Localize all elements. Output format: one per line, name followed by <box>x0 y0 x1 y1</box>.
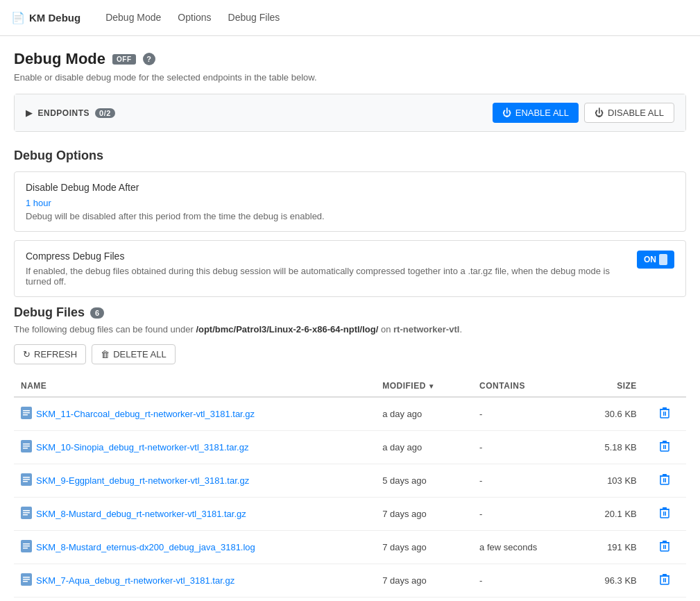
file-name-cell: SKM_7-Aqua_debug_rt-networker-vtl_3181.t… <box>14 564 375 598</box>
file-contains: - <box>472 431 577 464</box>
file-size: 96.3 KB <box>577 564 644 598</box>
refresh-button[interactable]: ↻ REFRESH <box>14 344 86 364</box>
nav-brand[interactable]: 📄 KM Debug <box>11 11 80 24</box>
file-size: 5.18 KB <box>577 431 644 464</box>
help-icon[interactable]: ? <box>143 53 155 65</box>
brand-label: KM Debug <box>29 12 80 24</box>
file-name-text: SKM_8-Mustard_debug_rt-networker-vtl_318… <box>36 509 246 519</box>
top-nav: 📄 KM Debug Debug Mode Options Debug File… <box>0 0 700 36</box>
toggle-slider <box>659 254 667 265</box>
delete-file-button[interactable] <box>657 505 672 523</box>
compress-text: Compress Debug Files If enabled, the deb… <box>26 251 637 287</box>
endpoints-panel: ▶ ENDPOINTS 0/2 ⏻ ENABLE ALL ⏻ DISABLE A… <box>14 94 686 132</box>
file-doc-icon <box>21 573 32 588</box>
svg-rect-22 <box>660 476 669 484</box>
svg-rect-3 <box>23 414 28 416</box>
svg-rect-14 <box>663 445 665 449</box>
endpoints-toggle[interactable]: ▶ ENDPOINTS 0/2 <box>26 108 115 118</box>
delete-file-button[interactable] <box>657 571 672 590</box>
svg-rect-20 <box>23 479 30 480</box>
delete-file-button[interactable] <box>657 538 672 557</box>
compress-label: Compress Debug Files <box>26 251 637 262</box>
nav-link-debug-files[interactable]: Debug Files <box>220 0 289 36</box>
nav-link-debug-mode[interactable]: Debug Mode <box>97 0 169 36</box>
delete-file-button[interactable] <box>657 405 672 423</box>
table-row: SKM_11-Charcoal_debug_rt-networker-vtl_3… <box>14 397 686 431</box>
file-action <box>644 531 686 564</box>
svg-rect-5 <box>663 412 665 416</box>
disable-after-link[interactable]: 1 hour <box>26 198 51 208</box>
file-size: 20.1 KB <box>577 498 644 531</box>
nav-link-options[interactable]: Options <box>169 0 219 36</box>
toggle-on-icon: ⏻ <box>502 108 511 118</box>
main-content: Debug Mode OFF ? Enable or disable debug… <box>0 36 700 601</box>
file-doc-icon <box>21 507 32 521</box>
table-row: SKM_10-Sinopia_debug_rt-networker-vtl_31… <box>14 431 686 464</box>
table-row: SKM_8-Mustard_debug_rt-networker-vtl_318… <box>14 498 686 531</box>
svg-rect-46 <box>23 577 30 578</box>
file-name-link[interactable]: SKM_10-Sinopia_debug_rt-networker-vtl_31… <box>21 440 368 455</box>
file-action <box>644 498 686 531</box>
debug-mode-desc: Enable or disable debug mode for the sel… <box>14 72 686 83</box>
debug-files-desc: The following debug files can be found u… <box>14 324 686 335</box>
file-contains: - <box>472 564 577 598</box>
file-modified: 5 days ago <box>375 464 472 498</box>
svg-rect-42 <box>665 545 667 549</box>
file-name-cell: SKM_10-Sinopia_debug_rt-networker-vtl_31… <box>14 431 375 464</box>
files-table-header: NAME MODIFIED ▼ CONTAINS SIZE <box>14 375 686 397</box>
delete-file-button[interactable] <box>657 471 672 490</box>
svg-rect-33 <box>665 511 667 516</box>
compress-toggle[interactable]: ON <box>637 251 674 269</box>
files-table: NAME MODIFIED ▼ CONTAINS SIZE SKM_11-Cha… <box>14 375 686 598</box>
file-modified: 7 days ago <box>375 564 472 598</box>
svg-rect-10 <box>23 443 30 445</box>
endpoints-actions: ⏻ ENABLE ALL ⏻ DISABLE ALL <box>493 103 674 123</box>
svg-rect-35 <box>663 507 667 509</box>
file-size: 103 KB <box>577 464 644 498</box>
file-name-link[interactable]: SKM_9-Eggplant_debug_rt-networker-vtl_31… <box>21 473 368 488</box>
debug-mode-title: Debug Mode <box>14 50 105 68</box>
svg-rect-32 <box>663 511 665 516</box>
file-contains: - <box>472 498 577 531</box>
svg-rect-53 <box>663 574 667 575</box>
table-row: SKM_8-Mustard_eternus-dx200_debug_java_3… <box>14 531 686 564</box>
chevron-right-icon: ▶ <box>26 108 33 118</box>
file-doc-icon <box>21 407 32 421</box>
disable-all-button[interactable]: ⏻ DISABLE ALL <box>584 103 674 123</box>
svg-rect-4 <box>660 409 669 418</box>
svg-rect-51 <box>665 578 667 582</box>
file-name-cell: SKM_9-Eggplant_debug_rt-networker-vtl_31… <box>14 464 375 498</box>
delete-file-button[interactable] <box>657 438 672 457</box>
files-path: /opt/bmc/Patrol3/Linux-2-6-x86-64-nptl/l… <box>196 324 378 335</box>
file-modified: a day ago <box>375 397 472 431</box>
col-modified[interactable]: MODIFIED ▼ <box>375 375 472 397</box>
svg-rect-8 <box>663 407 667 409</box>
svg-rect-34 <box>660 509 669 510</box>
enable-all-button[interactable]: ⏻ ENABLE ALL <box>493 103 579 123</box>
file-contains: - <box>472 464 577 498</box>
compress-block: Compress Debug Files If enabled, the deb… <box>14 240 686 297</box>
col-name: NAME <box>14 375 375 397</box>
debug-options-title: Debug Options <box>14 149 686 163</box>
file-name-link[interactable]: SKM_8-Mustard_debug_rt-networker-vtl_318… <box>21 507 368 521</box>
svg-rect-24 <box>665 478 667 482</box>
file-doc-icon <box>21 540 32 555</box>
file-name-link[interactable]: SKM_8-Mustard_eternus-dx200_debug_java_3… <box>21 540 368 555</box>
file-modified: 7 days ago <box>375 531 472 564</box>
svg-rect-15 <box>665 445 667 449</box>
svg-rect-17 <box>663 441 667 442</box>
file-name-link[interactable]: SKM_7-Aqua_debug_rt-networker-vtl_3181.t… <box>21 573 368 588</box>
files-tbody: SKM_11-Charcoal_debug_rt-networker-vtl_3… <box>14 397 686 598</box>
disable-after-desc: Debug will be disabled after this period… <box>26 211 674 221</box>
svg-rect-29 <box>23 512 30 514</box>
file-name-text: SKM_8-Mustard_eternus-dx200_debug_java_3… <box>36 542 255 552</box>
file-modified: a day ago <box>375 431 472 464</box>
svg-rect-1 <box>23 410 30 412</box>
delete-all-button[interactable]: 🗑 DELETE ALL <box>92 344 176 364</box>
file-name-text: SKM_7-Aqua_debug_rt-networker-vtl_3181.t… <box>36 575 234 586</box>
file-size: 30.6 KB <box>577 397 644 431</box>
endpoints-header: ▶ ENDPOINTS 0/2 ⏻ ENABLE ALL ⏻ DISABLE A… <box>15 94 685 131</box>
file-name-link[interactable]: SKM_11-Charcoal_debug_rt-networker-vtl_3… <box>21 407 368 421</box>
file-name-cell: SKM_8-Mustard_eternus-dx200_debug_java_3… <box>14 531 375 564</box>
trash-icon: 🗑 <box>101 349 110 359</box>
